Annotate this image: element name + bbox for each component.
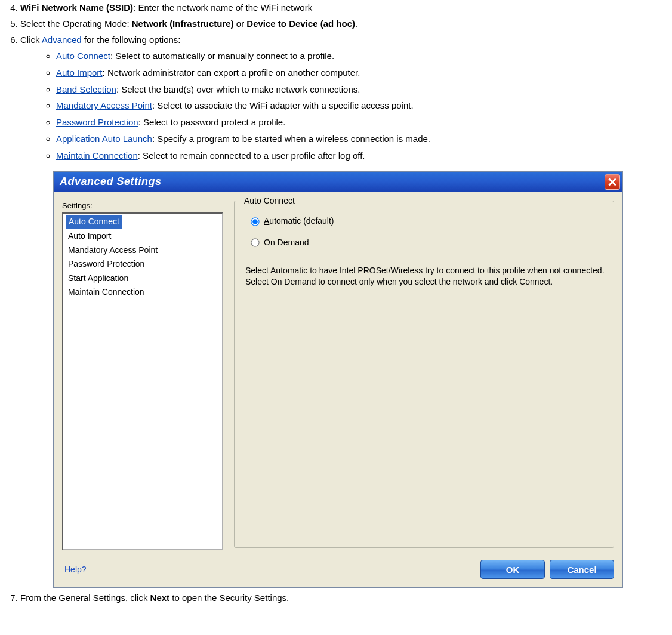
subdesc: : Network administrator can export a pro…: [103, 67, 360, 78]
advanced-post: for the following options:: [82, 35, 181, 45]
ok-button[interactable]: OK: [480, 560, 545, 579]
dialog-title: Advanced Settings: [60, 174, 162, 189]
ssid-label: WiFi Network Name (SSID): [20, 2, 133, 13]
subdesc: : Select to password protect a profile.: [138, 117, 286, 127]
subdesc: : Select to associate the WiFi adapter w…: [152, 100, 414, 110]
subdesc: : Specify a program to be started when a…: [152, 134, 430, 144]
subdesc: : Select to remain connected to a user p…: [138, 150, 365, 161]
advanced-settings-dialog: Advanced Settings Settings: Auto Connect…: [53, 171, 623, 588]
auto-connect-description: Select Automatic to have Intel PROSet/Wi…: [245, 265, 605, 288]
sublink-password-protection[interactable]: Password Protection: [56, 117, 138, 127]
list-item[interactable]: Password Protection: [64, 257, 221, 272]
step7-post: to open the Security Settings.: [169, 593, 289, 603]
list-item[interactable]: Auto Import: [64, 229, 221, 243]
radio-on-demand-label: On Demand: [264, 237, 309, 249]
sublink-band-selection[interactable]: Band Selection: [56, 84, 116, 94]
settings-listbox[interactable]: Auto Connect Auto Import Mandatory Acces…: [62, 212, 223, 550]
opmode-pre: Select the Operating Mode:: [20, 19, 132, 29]
advanced-pre: Click: [20, 35, 42, 45]
advanced-link[interactable]: Advanced: [42, 35, 82, 45]
advanced-sublist: Auto Connect: Select to automatically or…: [20, 50, 667, 162]
radio-on-demand[interactable]: [251, 238, 259, 246]
list-item[interactable]: Maintain Connection: [64, 285, 221, 300]
groupbox-title: Auto Connect: [242, 195, 297, 207]
step7-next: Next: [150, 593, 170, 603]
step7-pre: From the General Settings, click: [20, 593, 150, 603]
ssid-desc: : Enter the network name of the WiFi net…: [133, 2, 312, 13]
settings-label: Settings:: [62, 201, 223, 211]
subdesc: : Select to automatically or manually co…: [110, 51, 334, 61]
help-link[interactable]: Help?: [64, 564, 87, 576]
list-item[interactable]: Auto Connect: [66, 215, 122, 229]
sublink-auto-connect[interactable]: Auto Connect: [56, 51, 110, 61]
cancel-button[interactable]: Cancel: [550, 560, 614, 579]
sublink-mandatory-ap[interactable]: Mandatory Access Point: [56, 100, 152, 110]
auto-connect-groupbox: Auto Connect Automatic (default) On Dema…: [234, 201, 614, 548]
radio-automatic-label: Automatic (default): [264, 215, 334, 227]
dialog-titlebar[interactable]: Advanced Settings: [54, 172, 622, 192]
subdesc: : Select the band(s) over which to make …: [116, 84, 360, 94]
opmode-b2: Device to Device (ad hoc): [246, 19, 355, 29]
sublink-maintain-connection[interactable]: Maintain Connection: [56, 150, 138, 161]
radio-automatic[interactable]: [251, 217, 259, 226]
opmode-b1: Network (Infrastructure): [132, 19, 234, 29]
list-item[interactable]: Mandatory Access Point: [64, 243, 221, 258]
list-item[interactable]: Start Application: [64, 272, 221, 286]
opmode-post: .: [355, 19, 357, 29]
sublink-app-auto-launch[interactable]: Application Auto Launch: [56, 134, 152, 144]
close-icon[interactable]: [605, 174, 620, 190]
opmode-mid: or: [234, 19, 247, 29]
sublink-auto-import[interactable]: Auto Import: [56, 67, 103, 78]
